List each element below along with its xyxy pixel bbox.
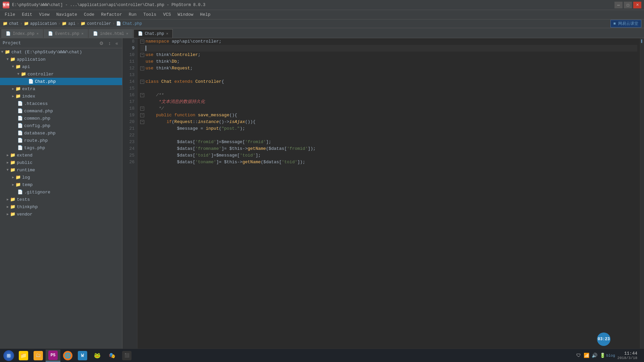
- sidebar-sync-button[interactable]: ↕: [107, 40, 112, 47]
- tray-network-icon: 📶: [583, 352, 590, 359]
- fold-16[interactable]: −: [140, 93, 144, 97]
- tree-item-index-folder[interactable]: ▶ 📁 index: [0, 93, 122, 100]
- taskbar-browser[interactable]: 🌐: [60, 350, 75, 362]
- tree-item-api[interactable]: ▶ 📁 api: [0, 63, 122, 70]
- taskbar-icon-phpstorm: PS: [48, 351, 58, 360]
- tree-label-common: common.php: [24, 116, 50, 121]
- tree-item-public[interactable]: ▶ 📁 public: [0, 159, 122, 166]
- tree-item-chat[interactable]: ▶ 📁 chat (E:\phpStudy\WWW\chat): [0, 48, 122, 56]
- notification-circle[interactable]: 03:23: [597, 333, 610, 346]
- start-button[interactable]: ⊞: [1, 350, 16, 362]
- tree-item-gitignore[interactable]: 📄 .gitignore: [0, 188, 122, 196]
- menu-vcs[interactable]: VCS: [160, 11, 174, 18]
- taskbar-icon-browser: 🌐: [63, 351, 72, 360]
- tab-events-php[interactable]: 📄 Events.php ×: [44, 29, 88, 38]
- code-area[interactable]: 8 9 10 11 12 13 14 15 16 17 18 19 20 21 …: [122, 38, 640, 352]
- code-content[interactable]: − namespace app\api\controller ; −: [138, 38, 640, 352]
- taskbar-terminal[interactable]: ⬛: [119, 350, 134, 362]
- tree-item-runtime[interactable]: ▶ 📁 runtime: [0, 166, 122, 174]
- nav-bar: 📁 chat › 📁 application › 📁 api › 📁 contr…: [0, 19, 644, 28]
- tab-chat-php[interactable]: 📄 Chat.php ×: [133, 29, 173, 38]
- nav-api[interactable]: api: [68, 21, 75, 26]
- menu-run[interactable]: Run: [125, 11, 140, 18]
- taskbar-word[interactable]: W: [75, 350, 90, 362]
- nav-application[interactable]: application: [30, 21, 57, 26]
- tree-label-database: database.php: [24, 131, 56, 136]
- file-icon-database: 📄: [17, 130, 23, 136]
- tree-item-chatphp[interactable]: 📄 Chat.php: [0, 78, 122, 85]
- taskbar-phpstorm[interactable]: PS: [46, 350, 60, 362]
- sidebar-settings-button[interactable]: ⚙: [98, 40, 105, 47]
- line-num-12: 12: [124, 65, 135, 72]
- minimize-button[interactable]: ─: [614, 2, 623, 8]
- fold-10[interactable]: −: [140, 53, 144, 57]
- menu-tools[interactable]: Tools: [140, 11, 160, 18]
- close-button[interactable]: ✕: [633, 2, 641, 8]
- tree-item-controller[interactable]: ▶ 📁 controller: [0, 70, 122, 78]
- tree-item-config[interactable]: 📄 config.php: [0, 122, 122, 129]
- taskbar-explorer[interactable]: 📁: [16, 350, 31, 362]
- code-line-10: − use think\Controller ;: [140, 52, 637, 58]
- tab-close-events[interactable]: ×: [81, 32, 84, 36]
- tab-close-index[interactable]: ×: [37, 32, 39, 36]
- code-line-23: $datas[ 'fromid' ]=$message[ 'fromid' ] …: [140, 139, 637, 145]
- arrow-api: ▶: [11, 66, 15, 68]
- tree-item-extra[interactable]: ▶ 📁 extra: [0, 85, 122, 93]
- tree-item-application[interactable]: ▶ 📁 application: [0, 56, 122, 63]
- tray-battery-icon: 🔋: [599, 352, 606, 359]
- taskbar-theater[interactable]: 🎭: [105, 350, 119, 362]
- system-tray: 🛡 📶 🔊 🔋 blog 11:44 2018/3/18: [575, 351, 643, 360]
- file-icon-htaccess: 📄: [17, 101, 23, 106]
- tree-item-htaccess[interactable]: 📄 .htaccess: [0, 100, 122, 107]
- tree-item-route[interactable]: 📄 route.php: [0, 137, 122, 144]
- fold-8[interactable]: −: [140, 40, 144, 44]
- tree-item-common[interactable]: 📄 common.php: [0, 115, 122, 122]
- tab-close-chat[interactable]: ×: [166, 32, 168, 36]
- tree-label-controller: controller: [28, 72, 54, 77]
- fold-14[interactable]: −: [140, 80, 144, 84]
- line-numbers: 8 9 10 11 12 13 14 15 16 17 18 19 20 21 …: [122, 38, 138, 352]
- tree-item-extend[interactable]: ▶ 📁 extend: [0, 152, 122, 159]
- tab-label: Index.php: [13, 32, 35, 36]
- tree-label-index: index: [22, 94, 35, 99]
- tab-index-php[interactable]: 📄 Index.php ×: [1, 29, 43, 38]
- line-num-17: 17: [124, 99, 135, 105]
- menu-refactor[interactable]: Refactor: [98, 11, 125, 18]
- menu-file[interactable]: File: [1, 11, 18, 18]
- menu-code[interactable]: Code: [80, 11, 98, 18]
- nav-controller[interactable]: controller: [87, 21, 111, 26]
- taskbar-frog[interactable]: 🐸: [90, 350, 105, 362]
- tree-item-temp[interactable]: ▶ 📁 temp: [0, 181, 122, 188]
- tab-bar: 📄 Index.php × 📄 Events.php × 📄 index.htm…: [0, 28, 644, 38]
- nav-chatphp[interactable]: Chat.php: [122, 21, 142, 26]
- tree-item-tests[interactable]: ▶ 📁 tests: [0, 196, 122, 203]
- tree-item-thinkphp[interactable]: ▶ 📁 thinkphp: [0, 203, 122, 210]
- sidebar: Project ⚙ ↕ « ▶ 📁 chat (E:\phpStudy\WWW\…: [0, 38, 122, 352]
- tab-close-html[interactable]: ×: [126, 32, 128, 36]
- nav-chat[interactable]: chat: [9, 21, 19, 26]
- tree-item-log[interactable]: ▶ 📁 log: [0, 174, 122, 181]
- fold-19[interactable]: −: [140, 113, 144, 117]
- tree-item-vendor[interactable]: ▶ 📁 vendor: [0, 210, 122, 218]
- tree-item-command[interactable]: 📄 command.php: [0, 107, 122, 115]
- tab-icon4: 📄: [138, 31, 143, 36]
- menu-help[interactable]: Help: [197, 11, 214, 18]
- fold-12[interactable]: −: [140, 66, 144, 70]
- nav-folder-icon4: 📁: [80, 21, 86, 26]
- taskbar-folder[interactable]: 🗂: [31, 350, 46, 362]
- maximize-button[interactable]: □: [624, 2, 632, 8]
- fold-18[interactable]: −: [140, 107, 144, 111]
- menu-edit[interactable]: Edit: [18, 11, 36, 18]
- tree-item-database[interactable]: 📄 database.php: [0, 129, 122, 137]
- menu-navigate[interactable]: Navigate: [53, 11, 80, 18]
- folder-icon-tests: 📁: [10, 197, 15, 202]
- menu-view[interactable]: View: [36, 11, 53, 18]
- tree-label-config: config.php: [24, 123, 50, 128]
- sidebar-collapse-button[interactable]: «: [114, 40, 119, 47]
- tab-index-html[interactable]: 📄 index.html ×: [89, 29, 133, 38]
- menu-window[interactable]: Window: [174, 11, 197, 18]
- fold-20[interactable]: −: [140, 120, 144, 124]
- line-num-23: 23: [124, 139, 135, 145]
- tree-item-tags[interactable]: 📄 tags.php: [0, 144, 122, 152]
- code-line-24: $datas[ 'fromname' ]= $this-> getName ($…: [140, 145, 637, 152]
